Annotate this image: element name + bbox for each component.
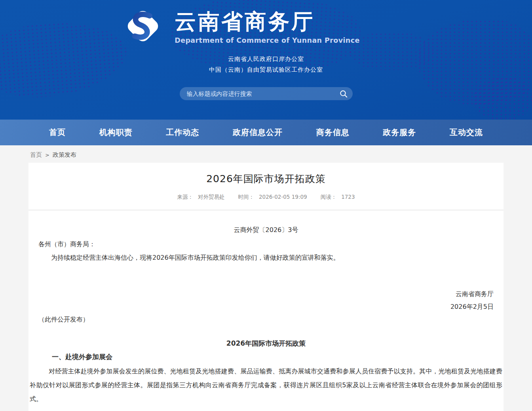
time-value: 2026-02-05 19:09 — [259, 194, 307, 200]
search-icon — [339, 94, 348, 100]
search-button[interactable] — [338, 88, 350, 100]
section-1-heading: 一、赴境外参加展会 — [38, 352, 502, 362]
sub-org-line-1: 云南省人民政府口岸办公室 — [0, 54, 532, 65]
publish-note: （此件公开发布） — [38, 315, 502, 324]
views-value: 1723 — [341, 194, 355, 200]
brand: 云南省商务厅 Department of Commerce of Yunnan … — [0, 5, 507, 49]
sign-date: 2026年2月5日 — [30, 302, 494, 312]
site-header: 云南省商务厅 Department of Commerce of Yunnan … — [0, 0, 532, 120]
nav-item-work-news[interactable]: 工作动态 — [166, 120, 199, 145]
nav-item-gov-services[interactable]: 政务服务 — [383, 120, 416, 145]
article-body: 云商外贸〔2026〕3号 各州（市）商务局： 为持续稳定经营主体出海信心，现将2… — [28, 225, 504, 406]
org-name-cn: 云南省商务厅 — [175, 10, 360, 34]
search-input[interactable] — [180, 87, 353, 100]
nav-item-commerce-info[interactable]: 商务信息 — [316, 120, 350, 145]
nav-item-interaction[interactable]: 互动交流 — [450, 120, 483, 145]
department-logo-icon — [122, 5, 164, 49]
source-value: 对外贸易处 — [198, 194, 225, 200]
nav-item-duties[interactable]: 机构职责 — [99, 120, 133, 145]
time-label: 时间： — [238, 194, 254, 200]
salutation: 各州（市）商务局： — [38, 240, 502, 249]
document-number: 云商外贸〔2026〕3号 — [30, 225, 502, 235]
sub-org-line-2: 中国（云南）自由贸易试验区工作办公室 — [0, 65, 532, 75]
breadcrumb-separator: > — [45, 152, 49, 158]
breadcrumb-home-link[interactable]: 首页 — [30, 151, 42, 158]
breadcrumb: 首页>政策发布 — [28, 145, 504, 163]
nav-item-gov-info[interactable]: 政府信息公开 — [233, 120, 283, 145]
breadcrumb-current: 政策发布 — [53, 151, 76, 158]
main-navigation: 首页 机构职责 工作动态 政府信息公开 商务信息 政务服务 互动交流 — [0, 120, 532, 145]
title-divider — [28, 210, 504, 210]
org-name-en: Department of Commerce of Yunnan Provinc… — [175, 36, 360, 44]
policy-body-title: 2026年国际市场开拓政策 — [30, 339, 502, 348]
signer: 云南省商务厅 — [30, 289, 494, 299]
article-card: 2026年国际市场开拓政策 来源：对外贸易处时间：2026-02-05 19:0… — [28, 163, 504, 411]
section-1-text: 对经营主体赴境外参加展会发生的展位费、光地租赁及光地搭建费、展品运输费、抵离办展… — [30, 364, 502, 406]
intro-paragraph: 为持续稳定经营主体出海信心，现将2026年国际市场开拓政策印发给你们，请做好政策… — [38, 253, 494, 263]
source-label: 来源： — [177, 194, 193, 200]
page-title: 2026年国际市场开拓政策 — [28, 172, 504, 186]
views-label: 阅读： — [321, 194, 337, 200]
nav-item-home[interactable]: 首页 — [49, 120, 66, 145]
search-box — [180, 87, 353, 100]
article-meta: 来源：对外贸易处时间：2026-02-05 19:09阅读：1723 — [28, 193, 504, 201]
